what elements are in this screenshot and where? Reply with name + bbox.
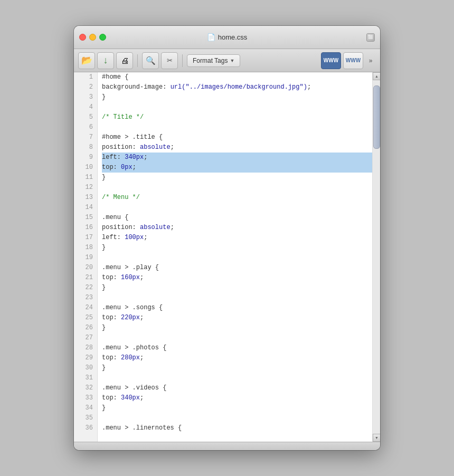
line-number: 30 [74,363,97,373]
minimize-button[interactable] [89,34,96,41]
code-line: left: 340px; [102,153,372,163]
line-number: 4 [74,102,97,112]
print-btn[interactable]: 🖨 [116,52,133,69]
line-number: 17 [74,233,97,243]
code-content: #home { background-image: url("../images… [98,72,372,433]
line-number: 35 [74,413,97,423]
code-line: position: absolute; [102,223,372,233]
format-tags-label: Format Tags [193,57,228,64]
line-number: 8 [74,142,97,153]
line-number: 11 [74,173,97,183]
format-tags-button[interactable]: Format Tags ▼ [187,54,240,67]
code-line [102,102,372,112]
code-line: background-image: url("../images/home/ba… [102,82,372,92]
code-line: top: 280px; [102,353,372,363]
code-line: } [102,403,372,413]
code-line [102,203,372,213]
scrollbar-up-btn[interactable]: ▲ [373,72,380,80]
scrollbar-down-btn[interactable]: ▼ [373,434,380,442]
code-line: } [102,363,372,373]
code-line: .menu > .photos { [102,343,372,353]
code-line: top: 0px; [102,163,372,173]
maximize-button[interactable] [99,34,106,41]
line-number: 26 [74,323,97,333]
editor-container: 1234567891011121314151617181920212223242… [74,72,380,442]
www-blue-btn[interactable]: WWW [321,52,341,69]
search-btn[interactable]: 🔍 [142,52,159,69]
line-number: 20 [74,263,97,273]
code-line: .menu { [102,213,372,223]
code-line [102,293,372,303]
code-line: top: 340px; [102,393,372,403]
line-number: 5 [74,112,97,122]
line-number: 25 [74,313,97,323]
traffic-lights [79,34,106,41]
code-line [102,122,372,132]
line-number: 21 [74,273,97,283]
code-line: .menu > .videos { [102,383,372,393]
scrollbar-thumb[interactable] [373,85,380,149]
scrollbar-track-area[interactable] [373,80,380,434]
www-white-label: WWW [346,58,361,63]
line-number: 22 [74,283,97,293]
line-number: 16 [74,223,97,233]
line-number: 24 [74,303,97,313]
www-white-btn[interactable]: WWW [343,52,363,69]
toolbar-divider-2 [182,54,183,67]
line-number: 31 [74,373,97,383]
line-numbers: 1234567891011121314151617181920212223242… [74,72,98,442]
line-number: 12 [74,183,97,193]
code-line: top: 220px; [102,313,372,323]
code-line [102,183,372,193]
code-line: left: 100px; [102,233,372,243]
resize-button[interactable]: ⬜ [366,33,375,42]
line-number: 14 [74,203,97,213]
dropdown-arrow-icon: ▼ [230,58,234,63]
title-text: home.css [218,33,248,41]
line-number: 3 [74,92,97,102]
scrollbar[interactable]: ▲ ▼ [372,72,380,442]
www-label: WWW [324,58,338,63]
line-number: 15 [74,213,97,223]
statusbar [74,442,380,450]
line-number: 33 [74,393,97,403]
code-line [102,333,372,343]
open-folder-btn[interactable]: 📂 [78,52,95,69]
code-line: position: absolute; [102,142,372,153]
window-title: 📄 home.css [207,33,248,41]
scissors-btn[interactable]: ✂ [161,52,178,69]
code-line: } [102,323,372,333]
line-number: 34 [74,403,97,413]
chevron-right-icon: » [369,57,373,64]
code-area[interactable]: #home { background-image: url("../images… [98,72,372,442]
line-number: 10 [74,163,97,173]
line-number: 28 [74,343,97,353]
code-line: .menu > .play { [102,263,372,273]
line-number: 29 [74,353,97,363]
line-number: 23 [74,293,97,303]
code-line: #home > .title { [102,132,372,142]
line-number: 27 [74,333,97,343]
line-number: 19 [74,253,97,263]
line-number: 2 [74,82,97,92]
toolbar-divider-1 [137,54,138,67]
code-line: .menu > .linernotes { [102,423,372,433]
code-line: #home { [102,72,372,82]
line-number: 9 [74,153,97,163]
code-line: } [102,283,372,293]
line-number: 1 [74,72,97,82]
line-number: 13 [74,193,97,203]
overflow-btn[interactable]: » [365,52,376,69]
code-line: /* Menu */ [102,193,372,203]
line-number: 18 [74,243,97,253]
line-number: 36 [74,423,97,433]
titlebar: 📄 home.css ⬜ [74,26,380,49]
code-line [102,413,372,423]
toolbar: 📂 ↓ 🖨 🔍 ✂ Format Tags ▼ WWW WWW » [74,49,380,72]
code-line: } [102,173,372,183]
close-button[interactable] [79,34,86,41]
download-btn[interactable]: ↓ [97,52,114,69]
line-number: 6 [74,122,97,132]
code-line: .menu > .songs { [102,303,372,313]
code-line: /* Title */ [102,112,372,122]
